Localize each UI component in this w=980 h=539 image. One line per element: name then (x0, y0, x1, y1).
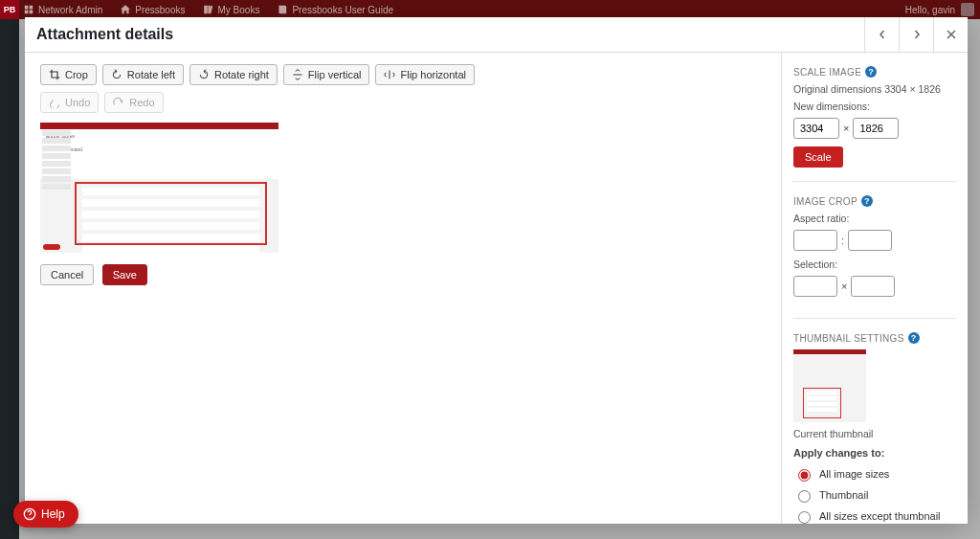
edit-toolbar: Crop Rotate left Rotate right Flip verti… (40, 64, 766, 85)
radio-input[interactable] (798, 511, 811, 524)
attachment-details-modal: Attachment details Crop Rotate le (25, 17, 968, 524)
pressbooks-logo[interactable]: PB (0, 0, 19, 19)
aspect-separator: : (841, 235, 844, 246)
option-label: All image sizes (819, 468, 889, 480)
rotate-right-icon (198, 69, 210, 80)
button-label: Redo (129, 97, 154, 108)
radio-input[interactable] (798, 490, 811, 503)
adminbar-item-label: Network Admin (38, 5, 102, 15)
help-icon[interactable]: ? (861, 195, 873, 207)
selection-label: Selection: (793, 258, 956, 270)
selection-w-input[interactable] (793, 276, 837, 297)
scale-width-input[interactable] (793, 118, 839, 139)
current-thumbnail-label: Current thumbnail (793, 428, 956, 439)
modal-title: Attachment details (36, 26, 173, 43)
book-icon (277, 4, 288, 15)
apply-except-option[interactable]: All sizes except thumbnail (793, 508, 956, 524)
apply-thumb-option[interactable]: Thumbnail (793, 487, 956, 503)
adminbar-item-label: Pressbooks (135, 5, 185, 15)
button-label: Rotate left (127, 69, 175, 80)
next-button[interactable] (899, 17, 933, 52)
selection-separator: × (841, 281, 847, 292)
aspect-inputs: : (793, 230, 956, 251)
button-label: Flip horizontal (400, 69, 465, 80)
aspect-h-input[interactable] (848, 230, 892, 251)
section-title-label: THUMBNAIL SETTINGS (793, 333, 904, 344)
undo-icon (49, 97, 60, 108)
scale-section: SCALE IMAGE ? Original dimensions 3304 ×… (793, 66, 956, 181)
adminbar-item-label: Pressbooks User Guide (292, 5, 393, 15)
adminbar-item-label: My Books (218, 5, 260, 15)
apply-changes-label: Apply changes to: (793, 447, 956, 459)
image-preview[interactable]: Ebook Stores—Print-on-Demand (40, 123, 278, 253)
option-label: All sizes except thumbnail (819, 510, 941, 522)
chevron-left-icon (878, 30, 887, 39)
rotate-left-button[interactable]: Rotate left (102, 64, 184, 85)
crop-section: IMAGE CROP ? Aspect ratio: : Selection: … (793, 181, 956, 318)
close-icon (947, 30, 956, 39)
flip-horizontal-button[interactable]: Flip horizontal (375, 64, 474, 85)
rotate-left-icon (111, 69, 122, 80)
button-label: Flip vertical (308, 69, 362, 80)
help-icon[interactable]: ? (865, 66, 877, 78)
section-title-label: IMAGE CROP (793, 196, 858, 207)
flip-vertical-button[interactable]: Flip vertical (283, 64, 370, 85)
scale-button[interactable]: Scale (793, 146, 843, 168)
home-icon (120, 4, 131, 15)
button-label: Undo (65, 97, 90, 108)
flip-vertical-icon (292, 69, 303, 80)
section-title: THUMBNAIL SETTINGS ? (793, 332, 956, 344)
section-title-label: SCALE IMAGE (793, 67, 861, 78)
sites-icon (23, 4, 34, 15)
admin-left-rail (0, 19, 19, 539)
cancel-button[interactable]: Cancel (40, 264, 94, 285)
admin-bar: PB Network Admin Pressbooks My Books Pre… (0, 0, 980, 19)
original-dimensions: Original dimensions 3304 × 1826 (793, 83, 956, 95)
adminbar-pressbooks[interactable]: Pressbooks (120, 4, 185, 15)
new-dimensions-label: New dimensions: (793, 101, 956, 112)
undo-button: Undo (40, 92, 99, 113)
modal-header: Attachment details (25, 17, 968, 52)
aspect-ratio-label: Aspect ratio: (793, 213, 956, 224)
aspect-w-input[interactable] (793, 230, 837, 251)
edit-sidebar: SCALE IMAGE ? Original dimensions 3304 ×… (781, 53, 968, 524)
dimension-separator: × (843, 123, 849, 134)
redo-button: Redo (104, 92, 163, 113)
thumbnail-section: THUMBNAIL SETTINGS ? Current thumbnail A… (793, 318, 956, 524)
save-button[interactable]: Save (102, 264, 147, 285)
image-editor: Crop Rotate left Rotate right Flip verti… (25, 53, 781, 524)
help-icon[interactable]: ? (908, 332, 920, 344)
history-toolbar: Undo Redo (40, 92, 766, 113)
adminbar-userguide[interactable]: Pressbooks User Guide (277, 4, 393, 15)
close-button[interactable] (933, 17, 968, 52)
selection-h-input[interactable] (851, 276, 895, 297)
button-label: Rotate right (214, 69, 269, 80)
crop-icon (49, 69, 60, 80)
section-title: SCALE IMAGE ? (793, 66, 956, 78)
radio-input[interactable] (798, 469, 811, 482)
prev-button[interactable] (864, 17, 899, 52)
adminbar-mybooks[interactable]: My Books (203, 4, 260, 15)
scale-inputs: × (793, 118, 956, 139)
modal-nav (864, 17, 968, 52)
button-label: Crop (65, 69, 88, 80)
rotate-right-button[interactable]: Rotate right (189, 64, 278, 85)
help-button-label: Help (41, 507, 65, 521)
flip-horizontal-icon (384, 69, 395, 80)
apply-options: All image sizes Thumbnail All sizes exce… (793, 466, 956, 524)
greeting: Hello, gavin (905, 5, 955, 15)
adminbar-account[interactable]: Hello, gavin (905, 3, 974, 16)
editor-actions: Cancel Save (40, 264, 766, 285)
thumbnail-preview (793, 349, 866, 422)
apply-all-option[interactable]: All image sizes (793, 466, 956, 482)
help-icon (23, 507, 36, 521)
avatar (961, 3, 974, 16)
scale-height-input[interactable] (853, 118, 899, 139)
help-button[interactable]: Help (13, 501, 78, 528)
books-icon (203, 4, 214, 15)
chevron-right-icon (912, 30, 922, 39)
adminbar-network[interactable]: Network Admin (23, 4, 102, 15)
selection-inputs: × (793, 276, 956, 297)
redo-icon (113, 97, 124, 108)
crop-button[interactable]: Crop (40, 64, 97, 85)
